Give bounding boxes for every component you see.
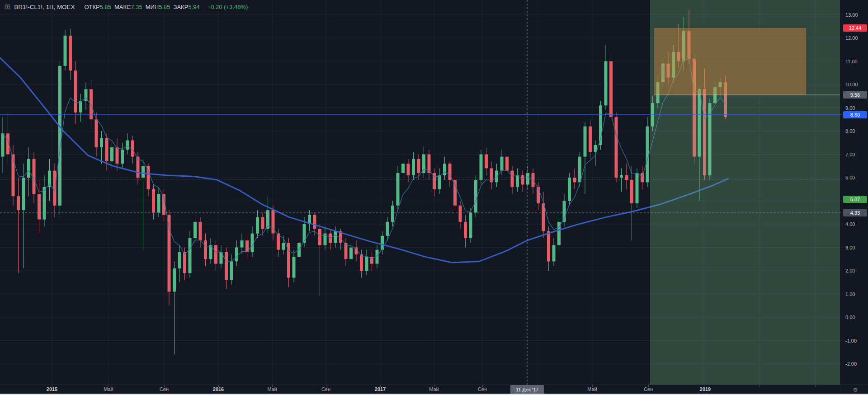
time-axis-label: Май — [429, 386, 439, 392]
candle-body — [79, 101, 82, 113]
candle-body — [69, 36, 72, 71]
candle-body — [110, 147, 113, 161]
candle-body — [157, 194, 160, 212]
candle-body — [74, 71, 77, 113]
candle-body — [578, 157, 581, 183]
candle-body — [568, 178, 571, 201]
symbol-title[interactable]: BR1!-CL1!, 1H, MOEX — [14, 4, 75, 10]
candle-body — [521, 175, 524, 185]
price-axis-label: 1.00 — [845, 292, 855, 297]
candle-body — [204, 240, 207, 259]
candle-body — [27, 159, 30, 178]
candle-body — [329, 234, 332, 243]
candle-body — [391, 206, 394, 222]
candle-body — [469, 212, 472, 238]
candle-body — [1, 133, 5, 157]
candle-body — [495, 171, 498, 183]
high-label: МАКС — [114, 4, 131, 10]
candle-body — [349, 248, 353, 259]
chart-legend: ⊞ BR1!-CL1!, 1H, MOEX ОТКР5.85 МАКС7.35 … — [5, 3, 248, 11]
close-value: 5.94 — [188, 4, 199, 10]
candle-body — [199, 222, 202, 240]
stop-price-label: 12.44 — [843, 24, 867, 32]
candle-body — [386, 222, 389, 236]
candle-body — [38, 194, 41, 220]
candle-body — [407, 164, 410, 175]
candle-body — [334, 231, 337, 243]
candle-body — [646, 127, 649, 183]
candle-body — [412, 159, 415, 175]
candle-body — [360, 254, 363, 271]
price-axis[interactable]: 13.0012.0011.0010.009.008.007.006.004.00… — [842, 0, 868, 385]
price-axis-label: -1.00 — [845, 338, 857, 343]
crosshair-price-label: 4.33 — [843, 209, 867, 216]
candle-body — [230, 261, 233, 280]
entry-price-label: 9.56 — [843, 91, 867, 99]
time-axis-label: Май — [104, 386, 113, 392]
candle-body — [152, 189, 155, 213]
gear-icon[interactable]: ⚙ — [853, 386, 858, 393]
candle-body — [464, 222, 467, 238]
candle-body — [241, 240, 244, 247]
candle-body — [100, 138, 103, 147]
candle-body — [189, 238, 192, 273]
candle-body — [516, 175, 519, 187]
candle-body — [511, 171, 514, 187]
loss-zone[interactable] — [654, 28, 806, 95]
time-axis-label: 2016 — [213, 386, 224, 392]
candle-body — [609, 61, 613, 118]
candle-body — [95, 119, 98, 147]
price-axis-label: 0.00 — [845, 315, 855, 320]
candle-body — [630, 180, 633, 203]
candle-body — [318, 229, 321, 245]
candle-body — [282, 243, 285, 249]
time-axis[interactable]: 2015МайСен2016МайСен2017МайСенМайСен2019… — [0, 385, 842, 394]
panel-grid-icon[interactable]: ⊞ — [5, 3, 10, 11]
candle-body — [142, 166, 145, 178]
axis-settings-corner[interactable]: ⚙ — [842, 385, 868, 394]
candle-body — [480, 155, 483, 180]
low-value: 5.85 — [159, 4, 170, 10]
open-value: 5.85 — [100, 4, 111, 10]
candle-body — [615, 117, 618, 178]
candle-body — [573, 178, 576, 182]
trading-chart-window: ⊞ BR1!-CL1!, 1H, MOEX ОТКР5.85 МАКС7.35 … — [0, 0, 868, 395]
chart-canvas[interactable] — [0, 0, 842, 385]
candle-body — [105, 138, 108, 161]
time-axis-label: Сен — [644, 386, 653, 392]
candle-body — [453, 180, 457, 206]
price-axis-label: 12.00 — [845, 35, 858, 41]
price-axis-label: 4.00 — [845, 221, 855, 227]
time-axis-label: Май — [587, 386, 597, 392]
candle-body — [17, 196, 20, 210]
candle-body — [365, 257, 368, 271]
candle-body — [547, 231, 550, 261]
candle-body — [225, 252, 228, 280]
candle-body — [438, 175, 441, 189]
candle-body — [313, 215, 316, 229]
candle-body — [604, 61, 608, 106]
target-price-label: 5.07 — [843, 196, 867, 203]
candle-body — [64, 36, 67, 66]
candle-body — [178, 252, 181, 268]
candle-body — [636, 173, 639, 203]
candle-body — [443, 164, 446, 175]
candle-body — [396, 173, 400, 206]
candle-body — [168, 215, 171, 292]
price-axis-label: 7.00 — [845, 152, 855, 157]
open-label: ОТКР — [84, 4, 99, 10]
candle-body — [641, 173, 644, 183]
price-axis-label: 9.00 — [845, 105, 855, 111]
time-axis-tick — [815, 385, 816, 387]
candle-body — [137, 157, 140, 178]
price-axis-label: 11.00 — [845, 59, 858, 64]
candle-body — [376, 250, 379, 264]
time-axis-label: Сен — [160, 386, 169, 392]
price-axis-label: 2.00 — [845, 268, 855, 273]
candle-body — [584, 127, 587, 157]
candle-body — [12, 155, 15, 197]
candle-body — [53, 171, 57, 206]
crosshair-time-label: 11 Дек '17 — [510, 385, 544, 394]
candle-body — [193, 222, 197, 238]
candle-body — [459, 206, 462, 222]
